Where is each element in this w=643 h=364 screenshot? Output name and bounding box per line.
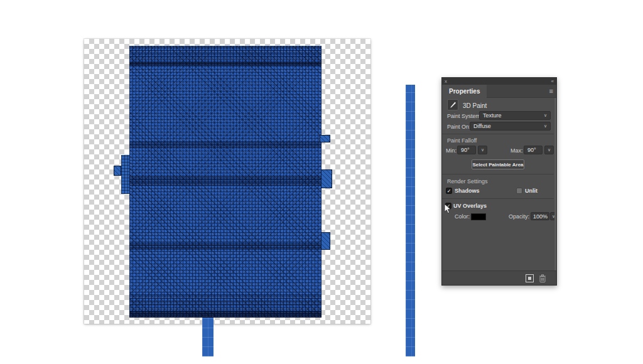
- brush-tool-button[interactable]: [447, 99, 458, 110]
- uv-mesh-top-line: [129, 62, 322, 65]
- uv-overlays-label: UV Overlays: [453, 203, 487, 209]
- properties-panel: x « Properties ≡ 3D Paint Paint System: …: [441, 77, 557, 286]
- uv-opacity-value: 100%: [533, 213, 548, 220]
- uv-color-swatch[interactable]: [471, 213, 486, 220]
- panel-titlebar[interactable]: x «: [442, 78, 556, 85]
- workspace: x « Properties ≡ 3D Paint Paint System: …: [0, 0, 643, 364]
- paint-falloff-title: Paint Falloff: [447, 137, 477, 144]
- uv-island-tab: [121, 155, 129, 194]
- shadows-label: Shadows: [455, 188, 480, 194]
- uv-mesh-bottom-line: [129, 311, 322, 318]
- uv-island-tab: [320, 135, 330, 142]
- delete-button[interactable]: [539, 274, 546, 284]
- brush-icon: [449, 101, 457, 109]
- divider: [442, 174, 554, 174]
- unlit-label: Unlit: [525, 188, 538, 194]
- paint-on-select[interactable]: Diffuse ∨: [470, 122, 551, 131]
- uv-mesh-right-strip: [406, 85, 415, 356]
- tool-label: 3D Paint: [463, 102, 487, 109]
- falloff-max-field[interactable]: 90°: [524, 146, 543, 154]
- close-icon[interactable]: x: [445, 78, 447, 85]
- uv-mesh-band: [129, 142, 322, 148]
- panel-scrollbar[interactable]: [554, 98, 556, 270]
- uv-mesh-band: [129, 242, 322, 250]
- uv-island-tab: [321, 169, 332, 188]
- chevron-down-icon: ∨: [544, 113, 547, 118]
- paint-on-label: Paint On:: [447, 124, 471, 130]
- uv-color-label: Color:: [455, 213, 470, 220]
- uv-mesh-band: [129, 176, 322, 186]
- falloff-max-label: Max:: [511, 147, 523, 154]
- divider: [442, 134, 554, 134]
- falloff-min-dropdown[interactable]: ∨: [478, 146, 487, 154]
- shadows-checkbox[interactable]: ✓: [446, 188, 452, 194]
- paint-system-select[interactable]: Texture ∨: [479, 111, 551, 120]
- uv-island-tab: [321, 232, 330, 250]
- uv-island-tab: [114, 166, 121, 176]
- mouse-cursor-icon: [444, 203, 451, 217]
- panel-menu-icon[interactable]: ≡: [549, 87, 553, 96]
- unlit-checkbox[interactable]: [516, 188, 522, 194]
- render-button[interactable]: [526, 274, 534, 284]
- paint-system-value: Texture: [483, 112, 502, 119]
- paint-on-value: Diffuse: [473, 123, 491, 129]
- falloff-max-dropdown[interactable]: ∨: [544, 146, 554, 154]
- falloff-max-value: 90°: [527, 147, 536, 153]
- tab-properties[interactable]: Properties: [442, 85, 487, 98]
- uv-opacity-field[interactable]: 100%: [531, 212, 549, 220]
- falloff-min-value: 90°: [461, 147, 470, 153]
- collapse-icon[interactable]: «: [551, 78, 554, 85]
- panel-bottom-bar: [442, 270, 556, 285]
- paint-system-label: Paint System:: [447, 113, 482, 119]
- panel-tab-row: Properties ≡: [442, 85, 556, 98]
- chevron-down-icon: ∨: [544, 124, 547, 129]
- chevron-down-icon: ∨: [481, 147, 484, 153]
- render-icon: [526, 274, 534, 282]
- divider: [442, 198, 554, 199]
- render-settings-title: Render Settings: [447, 178, 488, 185]
- falloff-min-field[interactable]: 90°: [457, 146, 476, 154]
- falloff-min-label: Min:: [446, 147, 457, 154]
- trash-icon: [539, 274, 546, 282]
- select-paintable-area-button[interactable]: Select Paintable Area: [472, 159, 524, 169]
- chevron-down-icon: ∨: [548, 147, 551, 153]
- uv-opacity-label: Opacity:: [509, 213, 529, 220]
